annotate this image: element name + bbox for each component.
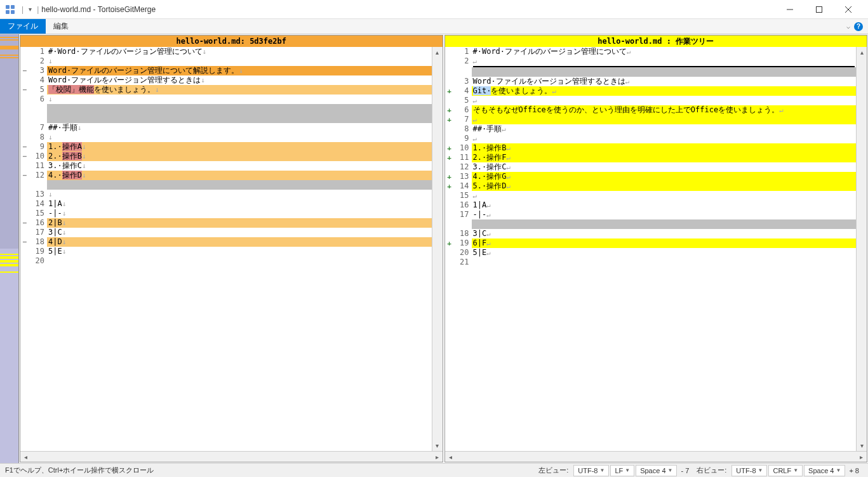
locator-mark[interactable] (0, 264, 18, 266)
vertical-scrollbar[interactable]: ▴ ▾ (856, 47, 867, 451)
scroll-up-icon[interactable]: ▴ (432, 47, 443, 58)
code-line[interactable]: 13↓ (20, 190, 432, 199)
maximize-button[interactable] (805, 0, 834, 19)
locator-mark[interactable] (0, 46, 18, 49)
line-number: 13 (29, 190, 47, 199)
code-line[interactable]: +6そもそもなぜOfficeを使うのか、という理由を明確にした上でOfficeを… (445, 105, 857, 115)
code-line[interactable]: 1#·Word·ファイルのバージョン管理について↓ (20, 47, 432, 56)
code-line[interactable] (20, 114, 432, 123)
code-line[interactable]: +196|F↵ (445, 238, 857, 248)
locator-mark[interactable] (0, 254, 18, 255)
code-line[interactable]: 21 (445, 258, 857, 267)
code-line[interactable] (445, 219, 857, 229)
locator-mark[interactable] (0, 271, 18, 273)
minus-icon: − (20, 85, 29, 95)
code-line[interactable]: 15-|-↓ (20, 209, 432, 218)
locator-mark[interactable] (0, 55, 18, 56)
code-line[interactable]: 173|C↓ (20, 228, 432, 237)
code-line[interactable]: +145.·操作D↵ (445, 181, 857, 191)
code-line[interactable]: 183|C↵ (445, 229, 857, 238)
code-line[interactable]: +4Git·を使いましょう。↵ (445, 86, 857, 96)
locator-mark[interactable] (0, 256, 18, 259)
ribbon-collapse-icon[interactable]: ⌵ (846, 23, 850, 30)
code-line[interactable]: +112.·操作F↵ (445, 153, 857, 162)
code-line[interactable]: 205|E↵ (445, 248, 857, 258)
code-line[interactable]: 1#·Word·ファイルのバージョン管理について↵ (445, 47, 857, 56)
code-line[interactable]: 2↵ (445, 56, 857, 66)
status-right-encoding[interactable]: UTF-8▼ (731, 465, 767, 476)
menu-edit[interactable]: 編集 (46, 19, 76, 34)
locator-mark[interactable] (0, 39, 18, 41)
code-line[interactable]: 141|A↓ (20, 199, 432, 209)
scroll-left-icon[interactable]: ◂ (20, 454, 31, 461)
status-right-eol[interactable]: CRLF▼ (768, 465, 803, 476)
eol-marker: ↓ (48, 133, 53, 141)
gutter-blank (20, 123, 29, 133)
code-line[interactable]: 17-|-↵ (445, 210, 857, 219)
scroll-down-icon[interactable]: ▾ (857, 440, 867, 451)
code-line[interactable]: 5↵ (445, 96, 857, 105)
scroll-right-icon[interactable]: ▸ (856, 454, 867, 461)
status-left-tab[interactable]: Space 4▼ (636, 465, 677, 476)
close-button[interactable] (834, 0, 863, 19)
code-line[interactable]: 3Word·ファイルをバージョン管理するときは↵ (445, 77, 857, 86)
code-line[interactable]: 4Word·ファイルをバージョン管理するときは↓ (20, 75, 432, 85)
menu-file[interactable]: ファイル (0, 19, 46, 34)
locator-bar[interactable] (0, 34, 19, 463)
code-line[interactable]: +7↵ (445, 115, 857, 124)
code-line[interactable]: 123.·操作C↵ (445, 162, 857, 172)
code-line[interactable]: 20 (20, 256, 432, 266)
qat-dropdown-icon[interactable]: ▾ (29, 6, 32, 13)
code-line[interactable]: +101.·操作B↵ (445, 143, 857, 153)
code-line[interactable]: −3Word·ファイルのバージョン管理について解説します。↓ (20, 66, 432, 75)
scroll-right-icon[interactable]: ▸ (432, 454, 443, 461)
eol-marker: ↵ (486, 201, 491, 209)
scroll-down-icon[interactable]: ▾ (432, 440, 443, 451)
line-number: 12 (454, 162, 472, 172)
right-pane-body[interactable]: 1#·Word·ファイルのバージョン管理について↵2↵3Word·ファイルをバー… (445, 47, 867, 451)
code-line[interactable]: −5「校閲」機能を使いましょう。↓ (20, 85, 432, 95)
line-number: 17 (454, 210, 472, 219)
code-line[interactable] (20, 104, 432, 114)
help-icon[interactable]: ? (854, 22, 863, 31)
code-line[interactable]: 6↓ (20, 95, 432, 104)
code-line[interactable]: +134.·操作G↵ (445, 172, 857, 181)
line-number: 19 (454, 238, 472, 248)
left-pane-body[interactable]: 1#·Word·ファイルのバージョン管理について↓2↓−3Word·ファイルのバ… (20, 47, 443, 451)
code-line[interactable]: 195|E↓ (20, 247, 432, 256)
status-left-eol[interactable]: LF▼ (610, 465, 634, 476)
locator-mark[interactable] (0, 260, 18, 263)
code-line[interactable]: 7##·手順↓ (20, 123, 432, 133)
code-line[interactable]: 2↓ (20, 56, 432, 66)
status-right-tab[interactable]: Space 4▼ (804, 465, 845, 476)
status-left-encoding[interactable]: UTF-8▼ (573, 465, 609, 476)
minimize-button[interactable] (775, 0, 805, 19)
line-number: 4 (454, 86, 472, 96)
statusbar: F1でヘルプ、Ctrl+ホイール操作で横スクロール 左ビュー: UTF-8▼ L… (0, 463, 868, 477)
code-line[interactable]: −162|B↓ (20, 218, 432, 228)
horizontal-scrollbar[interactable]: ◂ ▸ (445, 451, 867, 462)
code-line[interactable]: 8↓ (20, 133, 432, 142)
code-line[interactable]: −91.·操作A↓ (20, 142, 432, 152)
code-line[interactable] (20, 180, 432, 190)
code-line[interactable]: 15↵ (445, 191, 857, 200)
vertical-scrollbar[interactable]: ▴ ▾ (432, 47, 443, 451)
code-line[interactable]: 9↵ (445, 134, 857, 143)
dropdown-icon: ▼ (758, 466, 763, 476)
locator-mark[interactable] (0, 57, 18, 58)
line-text: ↵ (472, 96, 857, 105)
code-line[interactable] (445, 67, 857, 77)
code-line[interactable]: −102.·操作B↓ (20, 152, 432, 161)
scroll-up-icon[interactable]: ▴ (857, 47, 867, 58)
code-line[interactable]: 8##·手順↵ (445, 124, 857, 134)
code-line[interactable]: −184|D↓ (20, 237, 432, 247)
line-number: 10 (29, 152, 47, 161)
code-line[interactable]: −124.·操作D↓ (20, 171, 432, 180)
scroll-left-icon[interactable]: ◂ (445, 454, 456, 461)
line-text (47, 104, 432, 114)
code-line[interactable]: 113.·操作C↓ (20, 161, 432, 171)
status-left-label: 左ビュー: (535, 466, 572, 475)
locator-mark[interactable] (0, 37, 18, 38)
horizontal-scrollbar[interactable]: ◂ ▸ (20, 451, 443, 462)
code-line[interactable]: 161|A↵ (445, 200, 857, 210)
